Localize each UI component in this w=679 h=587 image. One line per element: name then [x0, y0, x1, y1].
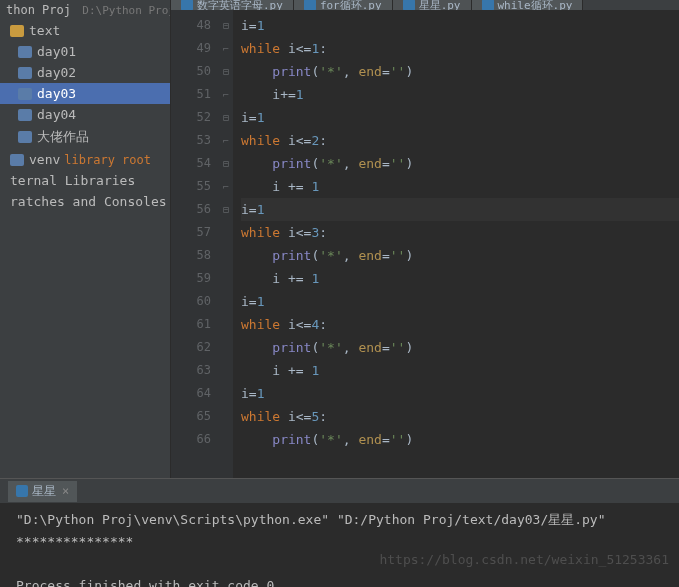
code-container[interactable]: 48495051525354555657585960616263646566 ⊟…	[171, 10, 679, 478]
tree-item-label: day02	[37, 65, 76, 80]
library-root-label: library root	[64, 153, 151, 167]
code-line[interactable]: i=1	[241, 290, 679, 313]
line-number: 64	[171, 382, 211, 405]
fold-marker[interactable]: ⊟	[219, 106, 233, 129]
editor-tabs: 数字英语字母.pyfor循环.py星星.pywhile循环.py	[171, 0, 679, 10]
sidebar-item-大佬作品[interactable]: 大佬作品	[0, 125, 170, 149]
line-number: 52	[171, 106, 211, 129]
fold-marker[interactable]: ⌐	[219, 83, 233, 106]
line-number: 54	[171, 152, 211, 175]
line-number: 50	[171, 60, 211, 83]
tab-label: 数字英语字母.py	[197, 0, 283, 10]
line-number: 53	[171, 129, 211, 152]
run-exit: Process finished with exit code 0	[16, 575, 663, 587]
code-line[interactable]: i += 1	[241, 267, 679, 290]
sidebar-item-external[interactable]: ternal Libraries	[0, 170, 170, 191]
editor-tab[interactable]: 星星.py	[393, 0, 472, 10]
folder-icon	[18, 67, 32, 79]
code-line[interactable]: print('*', end='')	[241, 60, 679, 83]
code-line[interactable]: i += 1	[241, 175, 679, 198]
code-body[interactable]: i=1while i<=1: print('*', end='') i+=1i=…	[233, 10, 679, 478]
python-icon	[16, 485, 28, 497]
tab-label: for循环.py	[320, 0, 382, 10]
code-line[interactable]: print('*', end='')	[241, 244, 679, 267]
code-line[interactable]: while i<=2:	[241, 129, 679, 152]
project-name: thon Proj	[6, 3, 71, 17]
sidebar-item-day02[interactable]: day02	[0, 62, 170, 83]
scratches-label: ratches and Consoles	[10, 194, 167, 209]
line-number: 55	[171, 175, 211, 198]
sidebar-item-scratches[interactable]: ratches and Consoles	[0, 191, 170, 212]
project-path: D:\Python Proj	[82, 4, 171, 17]
tab-label: 星星.py	[419, 0, 461, 10]
sidebar-item-day04[interactable]: day04	[0, 104, 170, 125]
line-number: 59	[171, 267, 211, 290]
sidebar-item-text[interactable]: text	[0, 20, 170, 41]
code-line[interactable]: while i<=4:	[241, 313, 679, 336]
code-line[interactable]: while i<=1:	[241, 37, 679, 60]
folder-icon	[10, 154, 24, 166]
line-number: 61	[171, 313, 211, 336]
fold-gutter[interactable]: ⊟ ⌐ ⊟ ⌐ ⊟ ⌐ ⊟ ⌐ ⊟	[219, 10, 233, 478]
line-number: 63	[171, 359, 211, 382]
folder-icon	[18, 46, 32, 58]
code-line[interactable]: print('*', end='')	[241, 336, 679, 359]
tree-item-label: day03	[37, 86, 76, 101]
line-number: 57	[171, 221, 211, 244]
code-line[interactable]: i+=1	[241, 83, 679, 106]
editor-tab[interactable]: while循环.py	[472, 0, 584, 10]
external-libs-label: ternal Libraries	[10, 173, 135, 188]
python-icon	[181, 0, 193, 10]
sidebar-item-day03[interactable]: day03	[0, 83, 170, 104]
run-tab[interactable]: 星星 ×	[8, 481, 77, 502]
fold-marker[interactable]: ⊟	[219, 198, 233, 221]
code-line[interactable]: while i<=5:	[241, 405, 679, 428]
run-command: "D:\Python Proj\venv\Scripts\python.exe"…	[16, 509, 663, 531]
code-line[interactable]: i=1	[241, 198, 679, 221]
sidebar-item-day01[interactable]: day01	[0, 41, 170, 62]
python-icon	[482, 0, 494, 10]
line-number: 58	[171, 244, 211, 267]
fold-marker[interactable]: ⌐	[219, 129, 233, 152]
code-line[interactable]: print('*', end='')	[241, 152, 679, 175]
code-line[interactable]: i += 1	[241, 359, 679, 382]
fold-marker[interactable]: ⊟	[219, 152, 233, 175]
editor-area: 数字英语字母.pyfor循环.py星星.pywhile循环.py 4849505…	[171, 0, 679, 478]
python-icon	[403, 0, 415, 10]
code-line[interactable]: while i<=3:	[241, 221, 679, 244]
project-header: thon Proj D:\Python Proj	[0, 0, 170, 20]
code-line[interactable]: i=1	[241, 106, 679, 129]
code-line[interactable]: i=1	[241, 382, 679, 405]
tab-label: while循环.py	[498, 0, 573, 10]
run-panel-header: 星星 ×	[0, 479, 679, 503]
sidebar-item-venv[interactable]: venv library root	[0, 149, 170, 170]
folder-icon	[18, 131, 32, 143]
fold-marker[interactable]: ⌐	[219, 37, 233, 60]
python-icon	[304, 0, 316, 10]
code-line[interactable]: print('*', end='')	[241, 428, 679, 451]
fold-marker[interactable]: ⊟	[219, 14, 233, 37]
folder-icon	[18, 109, 32, 121]
run-output[interactable]: "D:\Python Proj\venv\Scripts\python.exe"…	[0, 503, 679, 587]
line-number: 51	[171, 83, 211, 106]
line-number: 62	[171, 336, 211, 359]
line-number: 60	[171, 290, 211, 313]
line-number: 56	[171, 198, 211, 221]
close-icon[interactable]: ×	[62, 484, 69, 498]
fold-marker[interactable]: ⊟	[219, 60, 233, 83]
code-line[interactable]: i=1	[241, 14, 679, 37]
watermark: https://blog.csdn.net/weixin_51253361	[379, 552, 669, 567]
run-stdout: ***************	[16, 531, 663, 553]
tree-item-label: day04	[37, 107, 76, 122]
venv-label: venv	[29, 152, 60, 167]
folder-icon	[18, 88, 32, 100]
line-number: 48	[171, 14, 211, 37]
fold-marker[interactable]: ⌐	[219, 175, 233, 198]
folder-icon	[10, 25, 24, 37]
project-sidebar[interactable]: thon Proj D:\Python Proj textday01day02d…	[0, 0, 171, 478]
run-tab-label: 星星	[32, 483, 56, 500]
editor-tab[interactable]: 数字英语字母.py	[171, 0, 294, 10]
editor-tab[interactable]: for循环.py	[294, 0, 393, 10]
line-number: 65	[171, 405, 211, 428]
line-number: 49	[171, 37, 211, 60]
